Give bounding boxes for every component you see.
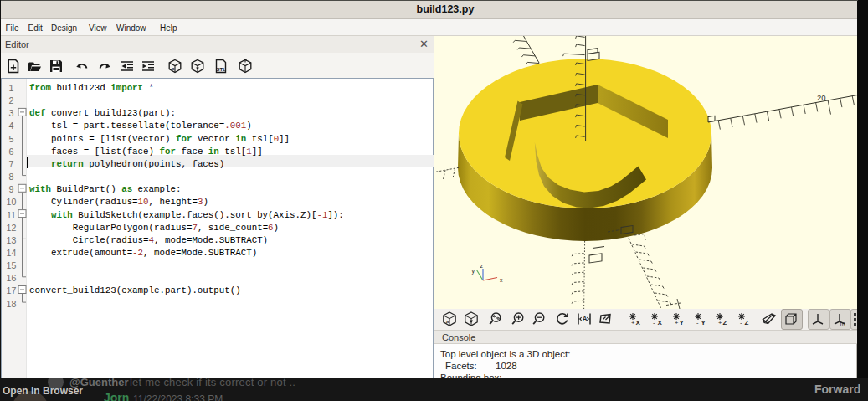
svg-text:STL: STL <box>217 67 227 72</box>
svg-text:+: + <box>718 319 722 326</box>
svg-text:»: » <box>445 318 449 326</box>
svg-text:X: X <box>658 319 663 326</box>
svg-text:x: x <box>500 277 503 283</box>
svg-text:Z: Z <box>723 319 727 326</box>
svg-text:y: y <box>472 268 475 275</box>
svg-text:Z: Z <box>745 319 749 326</box>
svg-text:10: 10 <box>839 321 845 327</box>
svg-text:20: 20 <box>817 93 826 102</box>
svg-text:Y: Y <box>680 319 685 326</box>
svg-text:z: z <box>480 263 484 269</box>
svg-text:X: X <box>636 319 641 326</box>
svg-text:»: » <box>172 66 175 72</box>
svg-text:+: + <box>675 319 679 326</box>
svg-text:Y: Y <box>701 319 706 326</box>
svg-text:A: A <box>582 315 587 323</box>
svg-text:+: + <box>631 319 635 326</box>
